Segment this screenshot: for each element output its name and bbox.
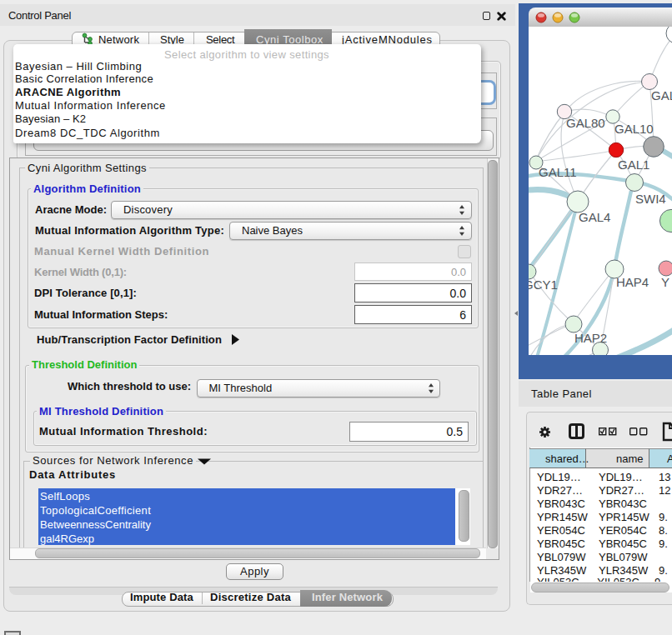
svg-text:Y: Y (661, 275, 669, 289)
svg-text:GCY1: GCY1 (529, 278, 558, 292)
svg-text:HAP2: HAP2 (574, 331, 607, 345)
svg-text:GAL11: GAL11 (539, 165, 577, 179)
svg-text:GAL4: GAL4 (579, 210, 610, 224)
svg-text:HAP4: HAP4 (616, 275, 649, 289)
svg-text:GAL80: GAL80 (566, 116, 605, 130)
svg-text:SWI4: SWI4 (635, 192, 666, 206)
svg-text:GAL1: GAL1 (618, 158, 649, 172)
svg-text:GAL7: GAL7 (651, 88, 672, 102)
svg-text:GAL10: GAL10 (614, 122, 654, 136)
